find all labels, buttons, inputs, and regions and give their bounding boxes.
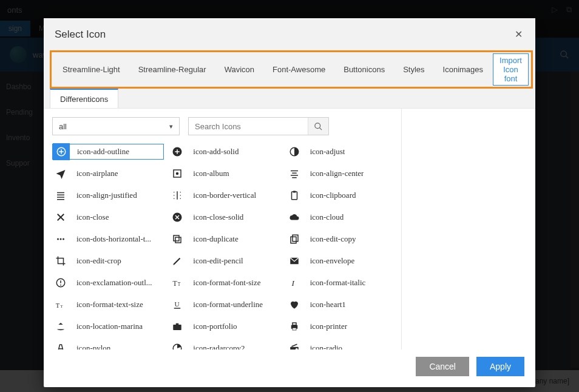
icon-option-icon-edit-pencil[interactable]: icon-edit-pencil [169, 253, 280, 269]
printer-icon [286, 318, 303, 335]
icon-option-icon-add-solid[interactable]: icon-add-solid [169, 144, 280, 160]
icon-label: icon-exclamation-outl... [76, 278, 152, 288]
icon-label: icon-radarcopy2 [193, 343, 245, 350]
svg-point-25 [180, 195, 181, 196]
icon-option-icon-adjust[interactable]: icon-adjust [286, 144, 398, 160]
svg-point-27 [180, 198, 181, 200]
svg-rect-40 [293, 235, 298, 242]
search-button[interactable] [308, 118, 328, 135]
icon-option-icon-pylon[interactable]: icon-pylon [52, 340, 164, 350]
svg-text:T: T [60, 304, 63, 308]
svg-rect-28 [291, 192, 297, 200]
svg-rect-56 [293, 323, 296, 325]
tab-streamline-light[interactable]: Streamline-Light [54, 60, 129, 79]
icon-label: icon-format-text-size [76, 300, 143, 309]
icon-option-icon-format-underline[interactable]: Uicon-format-underline [169, 297, 280, 313]
svg-text:I: I [291, 279, 295, 288]
icon-option-icon-portfolio[interactable]: icon-portfolio [169, 319, 280, 334]
svg-point-2 [315, 123, 320, 128]
icon-label: icon-align-center [310, 169, 364, 178]
adjust-icon [286, 143, 303, 160]
icon-option-icon-duplicate[interactable]: icon-duplicate [169, 231, 280, 247]
icon-label: icon-radio [310, 343, 342, 350]
icon-option-icon-heart1[interactable]: icon-heart1 [286, 297, 398, 313]
underline-icon: U [169, 296, 186, 313]
apply-button[interactable]: Apply [476, 357, 524, 376]
italic-icon: I [286, 274, 303, 291]
filter-select[interactable]: all ▾ [52, 117, 180, 135]
icon-option-icon-clipboard[interactable]: icon-clipboard [286, 188, 398, 203]
icon-option-icon-airplane[interactable]: icon-airplane [52, 166, 164, 181]
filter-value: all [59, 122, 67, 131]
icon-option-icon-format-italic[interactable]: Iicon-format-italic [286, 275, 398, 291]
icon-option-icon-align-center[interactable]: icon-align-center [286, 166, 398, 181]
search-input[interactable] [189, 118, 308, 135]
icon-label: icon-close [76, 212, 109, 222]
icon-option-icon-printer[interactable]: icon-printer [286, 319, 398, 334]
icon-label: icon-portfolio [193, 322, 237, 331]
cloud-icon [286, 209, 303, 226]
marina-icon [52, 318, 69, 335]
cancel-button[interactable]: Cancel [416, 357, 469, 376]
text-size-icon: TT [52, 296, 69, 313]
icon-option-icon-dots-horizontal-t...[interactable]: icon-dots-horizontal-t... [52, 231, 164, 247]
envelope-icon [286, 252, 303, 269]
icon-option-icon-envelope[interactable]: icon-envelope [286, 253, 398, 269]
icon-option-icon-cloud[interactable]: icon-cloud [286, 209, 398, 225]
icon-label: icon-edit-copy [310, 234, 356, 244]
crop-icon [52, 252, 69, 269]
font-size-icon: TT [169, 274, 186, 291]
duplicate-icon [169, 231, 186, 248]
icon-option-icon-exclamation-outl...[interactable]: icon-exclamation-outl... [52, 275, 164, 291]
icon-preview-pane [402, 109, 535, 350]
icon-label: icon-format-font-size [193, 278, 260, 288]
svg-rect-29 [293, 191, 296, 193]
icon-label: icon-border-vertical [193, 191, 256, 200]
radio-icon [286, 340, 303, 350]
tab-iconimages[interactable]: Iconimages [435, 60, 492, 79]
svg-point-36 [60, 238, 62, 240]
tab-buttonicons[interactable]: Buttonicons [335, 60, 393, 79]
svg-text:T: T [56, 302, 60, 309]
tab-wavicon[interactable]: Wavicon [216, 60, 263, 79]
svg-rect-53 [174, 325, 182, 330]
icon-option-icon-close-solid[interactable]: icon-close-solid [169, 209, 280, 225]
svg-point-24 [174, 195, 175, 196]
icon-option-icon-radio[interactable]: icon-radio [286, 340, 398, 350]
icon-option-icon-edit-crop[interactable]: icon-edit-crop [52, 253, 164, 269]
icon-label: icon-edit-crop [76, 256, 121, 266]
icon-label: icon-adjust [310, 147, 345, 157]
dots-icon [52, 231, 69, 248]
svg-rect-39 [174, 235, 179, 241]
svg-point-35 [57, 238, 59, 240]
icon-option-icon-add-outline[interactable]: icon-add-outline [52, 144, 164, 160]
icon-label: icon-envelope [310, 256, 355, 266]
icon-option-icon-align-justified[interactable]: icon-align-justified [52, 188, 164, 203]
icon-option-icon-edit-copy[interactable]: icon-edit-copy [286, 231, 398, 247]
tab-streamline-regular[interactable]: Streamline-Regular [130, 60, 215, 79]
icon-label: icon-dots-horizontal-t... [76, 234, 151, 244]
svg-text:U: U [175, 300, 180, 308]
svg-rect-57 [293, 328, 296, 330]
icon-option-icon-border-vertical[interactable]: icon-border-vertical [169, 188, 280, 203]
tab-differenticons[interactable]: Differenticons [50, 89, 118, 109]
tab-styles[interactable]: Styles [394, 60, 433, 79]
icon-option-icon-location-marina[interactable]: icon-location-marina [52, 319, 164, 334]
icon-option-icon-radarcopy2[interactable]: icon-radarcopy2 [169, 340, 280, 350]
clipboard-icon [286, 187, 303, 204]
icon-option-icon-format-font-size[interactable]: TTicon-format-font-size [169, 275, 280, 291]
svg-point-26 [174, 198, 175, 200]
svg-rect-38 [175, 237, 181, 243]
import-icon-font-button[interactable]: Import Icon font [493, 53, 529, 86]
icon-option-icon-close[interactable]: icon-close [52, 209, 164, 225]
svg-point-45 [60, 285, 61, 286]
icon-option-icon-format-text-size[interactable]: TTicon-format-text-size [52, 297, 164, 313]
icon-option-icon-album[interactable]: icon-album [169, 166, 280, 181]
select-icon-modal: Select Icon ✕ Streamline-Light Streamlin… [44, 18, 535, 387]
svg-text:T: T [173, 279, 178, 288]
heart-icon [286, 296, 303, 313]
close-icon[interactable]: ✕ [513, 27, 524, 42]
chevron-down-icon: ▾ [169, 123, 173, 130]
tab-font-awesome[interactable]: Font-Awesome [264, 60, 334, 79]
icon-label: icon-pylon [76, 343, 110, 350]
